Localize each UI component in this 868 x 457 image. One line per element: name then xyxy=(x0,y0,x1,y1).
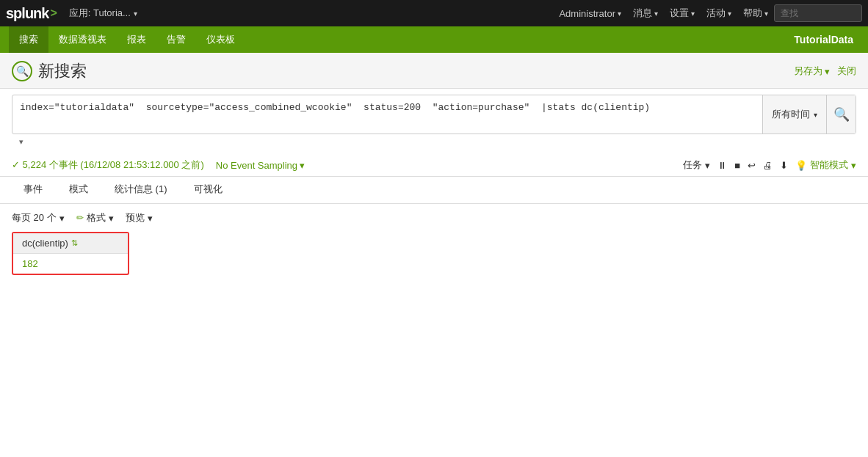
save-as-label: 另存为 xyxy=(794,65,822,78)
nav-pivot[interactable]: 数据透视表 xyxy=(48,26,117,53)
splunk-logo: splunk> xyxy=(6,5,57,22)
messages-label: 消息 xyxy=(633,7,652,20)
stop-button[interactable]: ■ xyxy=(734,160,740,171)
app-selector[interactable]: 应用: Tutoria... xyxy=(69,7,131,20)
tasks-label: 任务 xyxy=(683,158,702,172)
run-search-button[interactable]: 🔍 xyxy=(826,95,856,134)
nav-reports[interactable]: 报表 xyxy=(117,26,156,53)
splunk-wordmark: splunk xyxy=(6,5,48,22)
help-menu[interactable]: 帮助 ▾ xyxy=(743,7,768,20)
messages-chevron: ▾ xyxy=(654,10,658,18)
close-label: 关闭 xyxy=(837,65,856,78)
help-chevron: ▾ xyxy=(764,10,768,18)
event-sampling-selector[interactable]: No Event Sampling ▾ xyxy=(216,160,305,171)
column-header-dc-clientip: dc(clientip) xyxy=(22,238,68,249)
sort-icon[interactable]: ⇅ xyxy=(71,238,78,248)
tabs-bar: 事件 模式 统计信息 (1) 可视化 xyxy=(0,177,868,204)
smart-mode-chevron: ▾ xyxy=(851,160,856,171)
time-range-picker[interactable]: 所有时间 ▾ xyxy=(762,95,826,134)
status-action-bar: 任务 ▾ ⏸ ■ ↩ 🖨 ⬇ 💡 智能模式 ▾ xyxy=(683,158,856,172)
nav-search[interactable]: 搜索 xyxy=(9,26,48,53)
share-icon: ↩ xyxy=(748,160,756,171)
download-icon: ⬇ xyxy=(780,160,788,171)
events-count: ✓ 5,224 个事件 (16/12/08 21:53:12.000 之前) xyxy=(12,158,204,172)
sampling-label: No Event Sampling xyxy=(216,160,297,171)
format-label: 格式 xyxy=(87,211,106,224)
per-page-label: 每页 20 个 xyxy=(12,211,57,224)
query-wrapper: 所有时间 ▾ 🔍 ▾ xyxy=(0,95,868,148)
secondary-nav: 搜索 数据透视表 报表 告警 仪表板 TutorialData xyxy=(0,26,868,53)
time-range-label: 所有时间 xyxy=(772,108,810,121)
user-menu-chevron: ▾ xyxy=(618,10,621,18)
activity-chevron: ▾ xyxy=(728,10,731,18)
tasks-chevron: ▾ xyxy=(705,160,710,171)
share-button[interactable]: ↩ xyxy=(748,160,756,171)
preview-button[interactable]: 预览 ▾ xyxy=(126,211,153,224)
tab-patterns[interactable]: 模式 xyxy=(57,177,100,203)
tab-statistics[interactable]: 统计信息 (1) xyxy=(103,177,179,203)
table-header-row: dc(clientip) ⇅ xyxy=(13,233,128,254)
user-label: Administrator xyxy=(559,8,615,19)
settings-menu[interactable]: 设置 ▾ xyxy=(670,7,695,20)
download-button[interactable]: ⬇ xyxy=(780,160,788,171)
nav-dashboards[interactable]: 仪表板 xyxy=(196,26,245,53)
top-nav: splunk> 应用: Tutoria... ▾ Administrator ▾… xyxy=(0,0,868,26)
smart-mode-label: 智能模式 xyxy=(810,158,848,172)
global-search-input[interactable] xyxy=(774,4,862,22)
query-bar: 所有时间 ▾ 🔍 xyxy=(12,95,856,134)
print-icon: 🖨 xyxy=(763,160,773,171)
per-page-chevron: ▾ xyxy=(59,213,65,224)
query-input[interactable] xyxy=(12,95,762,134)
search-header-actions: 另存为 ▾ 关闭 xyxy=(794,65,856,78)
pencil-icon: ✏ xyxy=(76,213,84,223)
per-page-selector[interactable]: 每页 20 个 ▾ xyxy=(12,211,65,224)
page-title: 新搜索 xyxy=(38,60,87,82)
stop-icon: ■ xyxy=(734,160,740,171)
pause-button[interactable]: ⏸ xyxy=(717,160,727,171)
messages-menu[interactable]: 消息 ▾ xyxy=(633,7,658,20)
search-circle-icon: 🔍 xyxy=(12,61,32,81)
help-label: 帮助 xyxy=(743,7,762,20)
user-menu[interactable]: Administrator ▾ xyxy=(559,8,621,19)
time-range-chevron: ▾ xyxy=(814,111,817,119)
close-button[interactable]: 关闭 xyxy=(837,65,856,78)
content-toolbar: 每页 20 个 ▾ ✏ 格式 ▾ 预览 ▾ xyxy=(12,211,856,224)
preview-chevron: ▾ xyxy=(148,213,153,224)
pause-icon: ⏸ xyxy=(717,160,727,171)
nav-alerts[interactable]: 告警 xyxy=(156,26,196,53)
search-header: 🔍 新搜索 另存为 ▾ 关闭 xyxy=(0,53,868,89)
save-as-button[interactable]: 另存为 ▾ xyxy=(794,65,830,78)
activity-menu[interactable]: 活动 ▾ xyxy=(706,7,731,20)
splunk-chevron: > xyxy=(50,7,57,20)
format-button[interactable]: ✏ 格式 ▾ xyxy=(76,211,114,224)
sampling-chevron: ▾ xyxy=(300,160,305,171)
print-button[interactable]: 🖨 xyxy=(763,160,773,171)
content-area: 每页 20 个 ▾ ✏ 格式 ▾ 预览 ▾ dc(clientip) ⇅ 182 xyxy=(0,204,868,282)
settings-chevron: ▾ xyxy=(691,10,695,18)
tasks-menu[interactable]: 任务 ▾ xyxy=(683,158,710,172)
results-table: dc(clientip) ⇅ 182 xyxy=(12,232,129,275)
table-row[interactable]: 182 xyxy=(13,254,128,274)
preview-label: 预览 xyxy=(126,211,145,224)
settings-label: 设置 xyxy=(670,7,689,20)
smart-mode-selector[interactable]: 💡 智能模式 ▾ xyxy=(795,158,856,172)
app-selector-chevron: ▾ xyxy=(134,10,137,18)
tab-events[interactable]: 事件 xyxy=(12,177,54,203)
status-bar: ✓ 5,224 个事件 (16/12/08 21:53:12.000 之前) N… xyxy=(0,154,868,177)
format-chevron: ▾ xyxy=(109,213,114,224)
page-title-group: 🔍 新搜索 xyxy=(12,60,87,82)
search-magnifier-icon: 🔍 xyxy=(833,106,850,123)
lightbulb-icon: 💡 xyxy=(795,160,807,171)
activity-label: 活动 xyxy=(706,7,726,20)
tab-visualization[interactable]: 可视化 xyxy=(182,177,234,203)
save-as-chevron: ▾ xyxy=(825,66,830,77)
app-title: TutorialData xyxy=(794,34,859,45)
query-expand-toggle[interactable]: ▾ xyxy=(12,136,856,148)
